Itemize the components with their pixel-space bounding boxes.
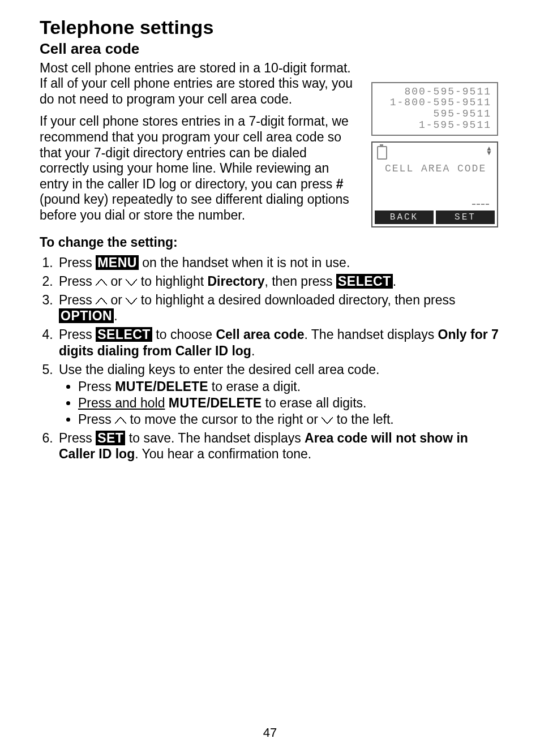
s5b2a: Press and hold <box>78 396 165 410</box>
step-2-directory: Directory <box>207 274 264 289</box>
steps-continued: Press or to highlight Directory, then pr… <box>40 273 500 462</box>
s5b3c: to the left. <box>333 412 393 427</box>
chevron-down-icon <box>115 417 126 424</box>
num-line-3: 595-9511 <box>378 109 491 120</box>
step-5-a: Use the dialing keys to enter the desire… <box>59 362 379 377</box>
s5b1b: to erase a digit. <box>208 379 301 394</box>
paragraph-1: Most cell phone entries are stored in a … <box>40 61 358 108</box>
screen-label: CELL AREA CODE <box>372 160 497 177</box>
section-subtitle: Cell area code <box>40 40 500 58</box>
chevron-up-icon <box>126 279 137 286</box>
delete-key: /DELETE <box>153 379 208 394</box>
cursor-icon <box>472 204 489 205</box>
step-4-d: . The handset displays <box>304 327 438 342</box>
pound-key: # <box>336 177 344 191</box>
step-3: Press or to highlight a desired download… <box>57 292 500 325</box>
steps-list-rest: Press or to highlight Directory, then pr… <box>40 273 500 462</box>
step-6-b: to save. The handset displays <box>125 431 305 445</box>
content-row: Most cell phone entries are stored in a … <box>40 61 500 273</box>
step-6-a: Press <box>59 431 96 445</box>
steps-list-top: Press MENU on the handset when it is not… <box>40 255 358 271</box>
softkeys-row: BACK SET <box>372 211 497 226</box>
page-title: Telephone settings <box>40 17 500 38</box>
step-5-sub-1: Press MUTE/DELETE to erase a digit. <box>78 379 500 395</box>
step-3-a: Press <box>59 293 96 307</box>
text-column: Most cell phone entries are stored in a … <box>40 61 358 273</box>
mute-key: MUTE <box>115 379 153 394</box>
step-6-d: . You hear a confirmation tone. <box>135 446 311 461</box>
battery-icon <box>377 146 387 160</box>
softkey-set: SET <box>436 211 495 224</box>
select-key-2: SELECT <box>96 327 152 342</box>
screen-top-row: ▲▼ <box>372 146 497 160</box>
step-5: Use the dialing keys to enter the desire… <box>57 362 500 428</box>
step-5-sub-2: Press and hold MUTE/DELETE to erase all … <box>78 395 500 411</box>
step-2-period: . <box>393 274 396 289</box>
num-line-4: 1-595-9511 <box>378 120 491 131</box>
step-2-c: to highlight <box>137 274 207 289</box>
p2-part-b: (pound key) repeatedly to see different … <box>40 192 349 222</box>
screen-number-formats: 800-595-9511 1-800-595-9511 595-9511 1-5… <box>371 82 498 136</box>
softkey-back: BACK <box>375 211 434 224</box>
num-line-2: 1-800-595-9511 <box>378 97 491 109</box>
page-number: 47 <box>0 725 540 740</box>
set-key: SET <box>96 431 125 445</box>
s5b1a: Press <box>78 379 115 394</box>
s5b2b: to erase all digits. <box>262 396 366 410</box>
delete-key-2: /DELETE <box>207 396 262 410</box>
menu-key: MENU <box>96 255 139 270</box>
step-3-b: or <box>107 293 126 307</box>
step-4-a: Press <box>59 327 96 342</box>
mute-key-2: MUTE <box>169 396 207 410</box>
num-line-1: 800-595-9511 <box>378 87 491 98</box>
page: Telephone settings Cell area code Most c… <box>0 0 540 756</box>
chevron-up-icon <box>126 298 137 304</box>
step-3-period: . <box>114 308 117 323</box>
chevron-down-icon <box>96 298 107 304</box>
chevron-down-icon <box>96 279 107 286</box>
screen-area-code-entry: ▲▼ CELL AREA CODE BACK SET <box>371 141 498 227</box>
select-key: SELECT <box>336 274 393 289</box>
option-key: OPTION <box>59 308 114 323</box>
instructions-heading: To change the setting: <box>40 235 358 251</box>
step-6: Press SET to save. The handset displays … <box>57 430 500 463</box>
step-5-sublist: Press MUTE/DELETE to erase a digit. Pres… <box>78 379 500 427</box>
p2-part-a: If your cell phone stores entries in a 7… <box>40 114 349 191</box>
step-1: Press MENU on the handset when it is not… <box>57 255 358 271</box>
step-4-period: . <box>251 343 255 358</box>
step-2-a: Press <box>59 274 96 289</box>
paragraph-2: If your cell phone stores entries in a 7… <box>40 114 358 223</box>
step-2-e: , then press <box>264 274 336 289</box>
number-block: 800-595-9511 1-800-595-9511 595-9511 1-5… <box>372 83 497 135</box>
step-2: Press or to highlight Directory, then pr… <box>57 273 500 290</box>
screen-input-line <box>372 177 497 211</box>
step-3-c: to highlight a desired downloaded direct… <box>137 293 455 307</box>
step-4-b: to choose <box>152 327 216 342</box>
step-4-cell-area-code: Cell area code <box>216 327 304 342</box>
step-1-text-b: on the handset when it is not in use. <box>139 255 350 270</box>
s5b3a: Press <box>78 412 115 427</box>
step-5-sub-3: Press to move the cursor to the right or… <box>78 411 500 428</box>
step-2-b: or <box>107 274 126 289</box>
nav-arrows-icon: ▲▼ <box>486 146 492 160</box>
figure-column: 800-595-9511 1-800-595-9511 595-9511 1-5… <box>371 61 500 273</box>
s5b3b: to move the cursor to the right or <box>126 412 322 427</box>
step-1-text-a: Press <box>59 255 96 270</box>
step-4: Press SELECT to choose Cell area code. T… <box>57 327 500 359</box>
chevron-up-icon <box>322 417 333 424</box>
